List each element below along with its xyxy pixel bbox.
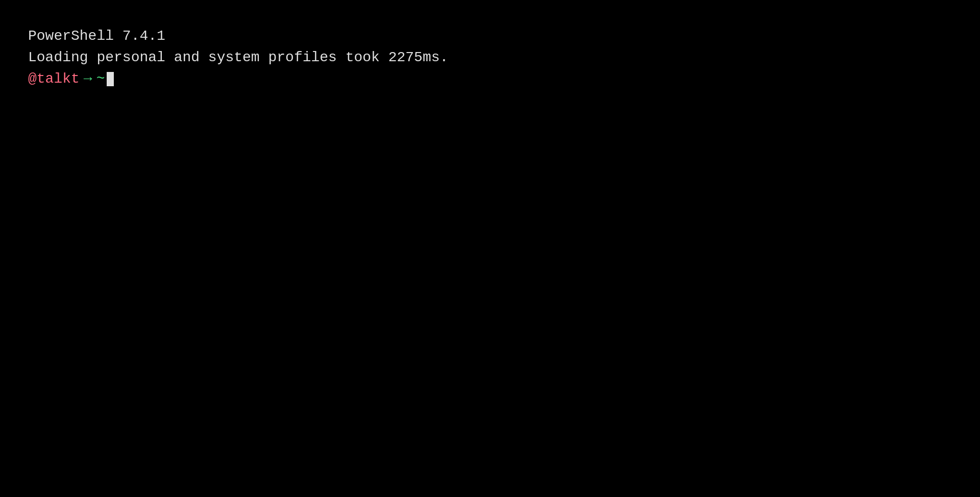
prompt-directory: ~ xyxy=(96,68,105,90)
prompt-arrow: → xyxy=(84,68,92,90)
cursor-block xyxy=(107,72,114,86)
prompt-line: @talkt → ~ xyxy=(28,68,952,90)
version-line: PowerShell 7.4.1 xyxy=(28,26,952,47)
prompt-user: @talkt xyxy=(28,68,80,90)
loading-line: Loading personal and system profiles too… xyxy=(28,47,952,68)
terminal-window[interactable]: PowerShell 7.4.1 Loading personal and sy… xyxy=(0,0,980,497)
